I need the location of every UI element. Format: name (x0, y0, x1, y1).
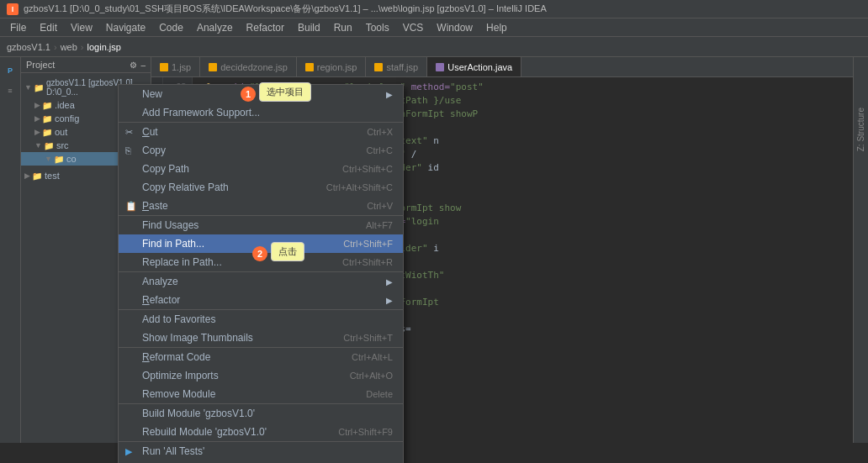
menu-tools[interactable]: Tools (359, 20, 396, 35)
ctx-run-all-tests[interactable]: ▶ Run 'All Tests' (119, 442, 403, 460)
ctx-section-4: Analyze ▶ Refactor ▶ (119, 272, 403, 310)
ctx-analyze[interactable]: Analyze ▶ (119, 272, 403, 291)
ctx-cut[interactable]: ✂ Cut Ctrl+X (119, 123, 403, 141)
menu-edit[interactable]: Edit (33, 20, 64, 35)
ctx-copy-relative-path-shortcut: Ctrl+Alt+Shift+C (326, 182, 393, 192)
menu-code[interactable]: Code (152, 20, 190, 35)
menu-file[interactable]: File (3, 20, 33, 35)
tree-arrow-out: ▶ (34, 128, 40, 136)
context-menu[interactable]: New ▶ Add Framework Support... ✂ Cut Ctr… (118, 84, 404, 463)
tab-label-1jsp: 1.jsp (172, 62, 191, 72)
ctx-section-8: ▶ Run 'All Tests' ... Ctrl+Shift+F10 (119, 442, 403, 463)
ctx-rebuild-module-shortcut: Ctrl+Shift+F9 (338, 427, 393, 437)
ctx-add-framework-label: Add Framework Support... (142, 107, 260, 118)
tab-label-useraction: UserAction.java (447, 62, 512, 72)
ctx-copy[interactable]: ⎘ Copy Ctrl+C (119, 141, 403, 160)
tab-1jsp[interactable]: 1.jsp (151, 57, 200, 76)
ctx-add-favorites[interactable]: Add to Favorites (119, 310, 403, 329)
ctx-rebuild-module[interactable]: Rebuild Module 'gzbosV1.0' Ctrl+Shift+F9 (119, 423, 403, 441)
path-root[interactable]: gzbosV1.1 (7, 42, 50, 52)
folder-icon-config: 📁 (42, 114, 52, 124)
ctx-reformat-code[interactable]: Reformat Code Ctrl+Alt+L (119, 348, 403, 366)
menu-navigate[interactable]: Navigate (99, 20, 152, 35)
folder-icon-out: 📁 (42, 128, 52, 137)
run-icon: ▶ (125, 446, 132, 457)
side-panel: P ≡ (0, 57, 21, 443)
jsp-icon-3 (305, 63, 314, 71)
ctx-new-label: New (142, 88, 162, 100)
ctx-show-thumbnails[interactable]: Show Image Thumbnails Ctrl+Shift+T (119, 329, 403, 347)
path-bar: gzbosV1.1 › web › login.jsp (0, 37, 868, 57)
menu-build[interactable]: Build (291, 20, 327, 35)
ctx-optimize-imports[interactable]: Optimize Imports Ctrl+Alt+O (119, 366, 403, 385)
jsp-icon (160, 63, 168, 71)
copy-icon: ⎘ (125, 145, 131, 155)
tab-region[interactable]: region.jsp (297, 57, 367, 76)
menu-analyze[interactable]: Analyze (190, 20, 240, 35)
folder-icon: 📁 (42, 101, 52, 110)
folder-icon-test: 📁 (32, 171, 42, 181)
ctx-reformat-code-label: Reformat Code (142, 351, 210, 363)
ctx-copy-relative-path-label: Copy Relative Path (142, 182, 229, 193)
sidebar-header: Project ⚙ – (21, 57, 151, 73)
ctx-analyze-label: Analyze (142, 276, 178, 287)
ctx-remove-module-label: Remove Module (142, 388, 215, 400)
ctx-optimize-imports-label: Optimize Imports (142, 370, 219, 381)
ctx-paste-shortcut: Ctrl+V (367, 201, 393, 211)
tree-label-co: co (66, 154, 77, 164)
ctx-replace-in-path[interactable]: Replace in Path... Ctrl+Shift+R (119, 253, 403, 271)
menu-help[interactable]: Help (479, 20, 514, 35)
jsp-icon-2 (209, 63, 217, 71)
sidebar-collapse[interactable]: – (140, 61, 146, 70)
ctx-new-arrow: ▶ (386, 90, 393, 99)
tab-label-region: region.jsp (317, 62, 357, 72)
project-folder-icon: 📁 (34, 83, 44, 92)
tab-decidedzone[interactable]: decidedzone.jsp (200, 57, 297, 76)
structure-panel: Z: Structure (853, 57, 868, 443)
ctx-paste[interactable]: 📋 Paste Ctrl+V (119, 197, 403, 215)
tree-label-idea: .idea (55, 100, 75, 110)
structure-icon[interactable]: ≡ (2, 82, 19, 99)
ctx-copy-path-label: Copy Path (142, 163, 189, 175)
ctx-show-thumbnails-label: Show Image Thumbnails (142, 332, 253, 344)
ctx-new[interactable]: New ▶ (119, 85, 403, 103)
menu-refactor[interactable]: Refactor (240, 20, 291, 35)
folder-icon-co: 📁 (54, 155, 64, 164)
menu-run[interactable]: Run (327, 20, 359, 35)
tree-arrow-test: ▶ (24, 171, 30, 180)
path-web[interactable]: web (61, 42, 77, 52)
tree-arrow-config: ▶ (34, 114, 40, 123)
ctx-refactor[interactable]: Refactor ▶ (119, 291, 403, 309)
ctx-remove-module[interactable]: Remove Module Delete (119, 385, 403, 403)
ctx-paste-label: Paste (142, 200, 168, 212)
tree-arrow-co: ▼ (45, 155, 52, 163)
ctx-cut-label: Cut (142, 126, 158, 138)
tab-staff[interactable]: staff.jsp (366, 57, 427, 76)
ctx-find-usages-label: Find Usages (142, 219, 198, 231)
project-icon[interactable]: P (2, 62, 19, 79)
menu-vcs[interactable]: VCS (396, 20, 431, 35)
structure-label[interactable]: Z: Structure (856, 108, 865, 151)
ctx-copy-label: Copy (142, 145, 166, 156)
title-text: gzbosV1.1 [D:\0_0_study\01_SSH项目BOS系统\ID… (24, 3, 547, 15)
ctx-find-in-path[interactable]: Find in Path... Ctrl+Shift+F (119, 234, 403, 253)
ctx-reformat-code-shortcut: Ctrl+Alt+L (352, 352, 393, 362)
tree-label-out: out (55, 127, 67, 137)
ctx-add-framework[interactable]: Add Framework Support... (119, 103, 403, 122)
ctx-refactor-label: Refactor (142, 294, 180, 306)
sidebar-gear[interactable]: ⚙ (130, 61, 137, 70)
ctx-section-6: Reformat Code Ctrl+Alt+L Optimize Import… (119, 348, 403, 404)
menu-view[interactable]: View (64, 20, 99, 35)
ctx-section-3: Find Usages Alt+F7 Find in Path... Ctrl+… (119, 216, 403, 272)
ctx-find-usages[interactable]: Find Usages Alt+F7 (119, 216, 403, 234)
ctx-find-usages-shortcut: Alt+F7 (366, 220, 393, 230)
path-file[interactable]: login.jsp (87, 42, 121, 52)
ctx-build-module-label: Build Module 'gzbosV1.0' (142, 408, 255, 419)
ctx-build-module[interactable]: Build Module 'gzbosV1.0' (119, 404, 403, 423)
menu-window[interactable]: Window (430, 20, 479, 35)
ctx-copy-path[interactable]: Copy Path Ctrl+Shift+C (119, 160, 403, 178)
ctx-copy-relative-path[interactable]: Copy Relative Path Ctrl+Alt+Shift+C (119, 178, 403, 197)
tab-useraction[interactable]: UserAction.java (427, 57, 521, 76)
ctx-find-in-path-shortcut: Ctrl+Shift+F (343, 239, 393, 249)
ctx-rebuild-module-label: Rebuild Module 'gzbosV1.0' (142, 426, 267, 438)
